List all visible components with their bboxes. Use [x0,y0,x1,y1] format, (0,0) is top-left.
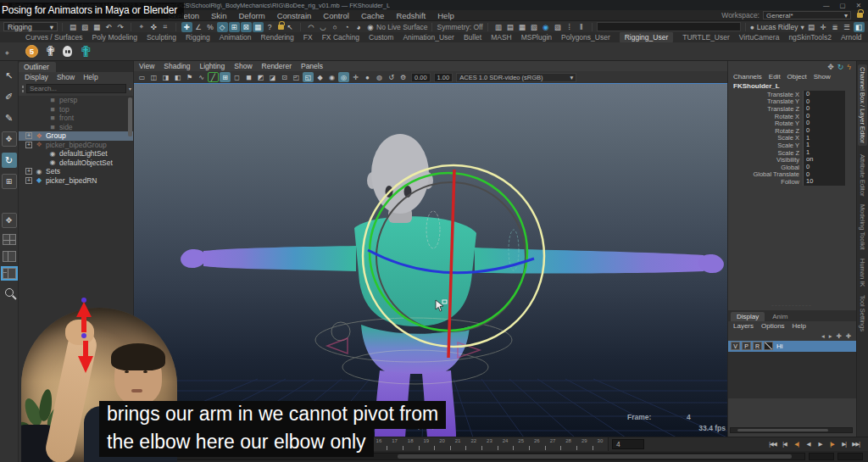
viewport-icon[interactable]: ⚑ [184,72,195,82]
file-action-icon[interactable]: ↷ [115,22,126,32]
expand-icon[interactable]: + [25,132,32,139]
viewport-canvas[interactable]: Frame: 4 33.4 fps persp [134,83,727,437]
shelf-tab[interactable]: MSPlugin [521,33,552,42]
filter-icon[interactable] [22,86,24,92]
render-icon[interactable]: ▤ [504,22,515,32]
viewport-icon[interactable]: ✛ [350,72,361,82]
viewport-icon[interactable]: ↺ [386,72,397,82]
outliner-item[interactable]: + ◆ picker_bipedRN [19,176,133,186]
quick-input-field[interactable] [597,22,741,31]
snap-mode-icon[interactable]: ◔ [342,22,353,32]
viewport-icon[interactable]: ◍ [374,72,385,82]
gamma-field[interactable]: 1.00 [434,73,453,82]
chevron-down-icon[interactable]: ▾ [129,86,131,92]
snap-icon[interactable]: ⌖ [136,22,147,32]
outliner-tab[interactable]: Outliner [19,62,56,72]
menu-item[interactable]: Redshift [396,11,426,20]
snap-icon[interactable]: ⌗ [160,22,171,32]
shelf-tab[interactable]: Custom [369,33,393,42]
layer-editor-icon[interactable]: ✚ [846,332,851,340]
channel-box-tool-icon[interactable]: ϟ [847,63,851,71]
menu-item[interactable]: Help [437,11,454,20]
timeline-tick[interactable]: 28 [560,437,576,451]
timeline-tick[interactable]: 27 [545,437,561,451]
sidebar-tab[interactable]: Attribute Editor [859,154,866,197]
timeline-tick[interactable]: 24 [498,437,514,451]
render-icon[interactable]: ▥ [492,22,504,32]
layout-four-pane-button[interactable] [3,234,16,245]
sidebar-tab[interactable]: Modeling Toolkit [859,204,866,250]
scale-tool-icon[interactable]: ⊞ [2,174,17,189]
channel-attribute-value[interactable]: 10 [803,178,845,186]
move-tool-icon[interactable]: ✥ [2,131,17,147]
channel-attribute-row[interactable]: Global Translate 0 [728,171,856,179]
outliner-item[interactable]: ◼ side [19,123,133,132]
shelf-tab[interactable]: Curves / Surfaces [25,33,83,42]
menu-item[interactable]: Control [323,11,349,20]
layer-visible-toggle[interactable]: V [731,342,740,350]
channel-attribute-row[interactable]: Scale X 1 [728,135,856,142]
outliner-item[interactable]: ◼ persp [19,96,133,105]
shelf-tab[interactable]: FX [303,33,313,42]
symmetry-label[interactable]: Symmetry: Off [437,23,482,31]
file-action-icon[interactable]: ▤ [68,22,79,32]
channel-attribute-row[interactable]: Follow 10 [728,178,856,186]
menu-set-dropdown[interactable]: Rigging ▾ [3,22,58,31]
search-input[interactable] [26,84,126,93]
channel-attribute-row[interactable]: Global 0 [728,164,856,171]
close-button[interactable]: ✕ [856,2,861,9]
outliner-item[interactable]: ◼ front [19,114,133,123]
layer-editor-icon[interactable]: ◂ [821,332,825,340]
outliner-menu-item[interactable]: Help [83,73,97,81]
timeline-tick[interactable]: 29 [576,437,593,451]
shelf-item-biped-teal-icon[interactable]: ✟ [79,45,92,58]
render-icon[interactable]: ⁞ [564,22,575,32]
shelf-tab[interactable]: Polygons_User [561,33,610,42]
channel-attribute-row[interactable]: Visibility on [728,156,856,164]
channel-attribute-row[interactable]: Rotate Y 0 [728,120,856,127]
viewport-icon[interactable]: ◨ [160,72,171,82]
rotate-tool-icon[interactable]: ↻ [2,153,17,168]
outliner-item[interactable]: ◉ defaultObjectSet [19,159,133,168]
snap-mode-icon[interactable]: ○ [330,22,341,32]
viewport-icon[interactable]: ◧ [172,72,183,82]
outliner-menu-item[interactable]: Display [25,73,48,81]
step-forward-key-button[interactable]: |▶ [826,439,837,450]
viewport-icon[interactable]: ⊞ [220,72,231,82]
render-icon[interactable]: ▨ [552,22,563,32]
colorspace-dropdown[interactable]: ACES 1.0 SDR-video (sRGB) ▾ [456,73,576,82]
shelf-tab[interactable]: Rigging [186,33,210,42]
menu-item[interactable]: Skin [211,11,226,20]
selection-mask-icon[interactable]: ✚ [181,22,192,32]
sidebar-toggle-icon[interactable]: ▤ [806,22,817,32]
timeline-tick[interactable]: 22 [465,437,481,451]
user-account-menu[interactable]: ● Lucas Ridley ▾ [750,23,804,31]
sidebar-toggle-icon[interactable]: ✛ [818,22,829,32]
render-icon[interactable]: ▦ [516,22,527,32]
timeline-tick[interactable]: 25 [513,437,529,451]
viewport-icon[interactable]: ◩ [255,72,266,82]
outliner-item[interactable]: + ❖ picker_bipedGroup [19,141,133,150]
selected-node-name[interactable]: FKShoulder_L [728,81,856,91]
shelf-popup-icon[interactable]: ◆ [5,49,9,55]
play-backward-button[interactable]: ◀ [803,439,814,450]
channel-box-menu-item[interactable]: Channels [733,73,762,81]
menu-item[interactable]: Cache [361,11,384,20]
layout-two-pane-button[interactable] [3,251,16,262]
panel-divider[interactable]: ¨¨¨¨¨¨¨¨¨¨¨¨ [728,304,856,310]
file-action-icon[interactable]: ▦ [92,22,103,32]
selection-mask-icon[interactable]: ⊞ [229,22,240,32]
layer-editor-menu-item[interactable]: Help [793,322,806,330]
viewport-icon[interactable]: ⚙ [398,72,409,82]
viewport-icon[interactable]: ◰ [291,72,302,82]
viewport-menu-item[interactable]: View [139,62,154,70]
range-end-field[interactable] [809,453,834,460]
outliner-item[interactable]: + ◉ Sets [19,167,133,176]
selection-mask-icon[interactable]: ? [264,22,275,32]
viewport-menu-item[interactable]: Lighting [199,62,225,70]
viewport-menu-item[interactable]: Shading [164,62,190,70]
viewport-icon[interactable]: ╱ [208,72,219,82]
display-layer-row[interactable]: V P R Hi [728,341,856,352]
channel-box-menu-item[interactable]: Edit [769,73,781,81]
file-action-icon[interactable]: ▧ [80,22,91,32]
